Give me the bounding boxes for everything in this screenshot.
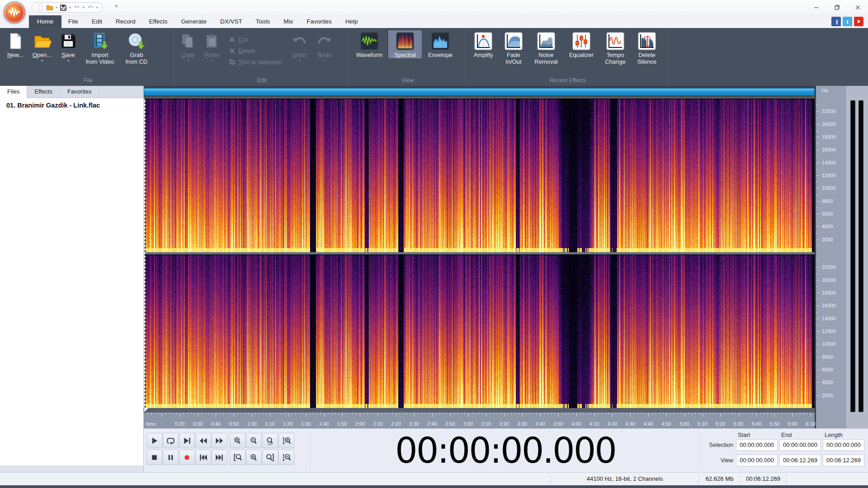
dropdown-caret-icon[interactable]: ▾ xyxy=(187,59,189,63)
dropdown-caret-icon[interactable]: ▾ xyxy=(83,6,85,9)
view-length-field[interactable]: 00:06:12.269 xyxy=(823,455,864,466)
pause-button[interactable] xyxy=(163,450,179,465)
open-folder-icon xyxy=(33,32,51,50)
new-button[interactable]: New... xyxy=(3,30,28,58)
amplify-button[interactable]: Amplify xyxy=(468,30,499,58)
button-label: Redo xyxy=(318,52,332,58)
open-folder-quick-icon[interactable] xyxy=(46,4,53,11)
selection-length-field[interactable]: 00:00:00.000 xyxy=(823,439,864,451)
minimize-button[interactable] xyxy=(806,0,826,15)
dropdown-caret-icon[interactable]: ▾ xyxy=(56,6,57,9)
noise-removal-button[interactable]: NoiseRemoval xyxy=(528,30,564,65)
play-button[interactable] xyxy=(146,433,162,448)
zoom-out-button[interactable] xyxy=(246,433,262,448)
redo-button[interactable]: Redo▾ xyxy=(312,30,337,63)
menu-tab-edit[interactable]: Edit xyxy=(85,15,109,28)
ruler-tick xyxy=(652,413,652,414)
waveform-button[interactable]: Waveform xyxy=(350,30,388,58)
open-button[interactable]: Open...▾ xyxy=(28,30,56,63)
undo-quick-icon[interactable] xyxy=(73,4,80,11)
cut-button[interactable]: Cut xyxy=(229,36,282,43)
menu-tab-file[interactable]: File xyxy=(61,15,85,28)
envelope-button[interactable]: Envelope xyxy=(422,30,459,58)
button-label: NoiseRemoval xyxy=(534,52,557,65)
zoom-selection-start-button[interactable] xyxy=(230,450,245,465)
menu-tab-home[interactable]: Home xyxy=(29,15,61,28)
save-quick-icon[interactable] xyxy=(60,4,67,11)
youtube-icon[interactable] xyxy=(854,17,863,26)
maximize-button[interactable] xyxy=(826,0,847,15)
record-button[interactable] xyxy=(179,450,195,465)
facebook-icon[interactable]: f xyxy=(831,17,841,26)
menu-tab-mix[interactable]: Mix xyxy=(277,15,300,28)
import-from-video-button[interactable]: Importfrom Video xyxy=(80,30,119,65)
view-end-field[interactable]: 00:06:12.269 xyxy=(779,455,821,466)
copy-button[interactable]: Copy▾ xyxy=(176,30,200,63)
panel-tab-favorites[interactable]: Favorites xyxy=(60,86,99,98)
dropdown-caret-icon[interactable]: ▾ xyxy=(67,59,69,63)
delete-button[interactable]: Delete xyxy=(229,47,282,54)
ruler-tick xyxy=(519,413,519,414)
save-button[interactable]: Save▾ xyxy=(56,30,80,63)
selection-end-field[interactable]: 00:00:00.000 xyxy=(779,439,821,451)
menu-tab-tools[interactable]: Tools xyxy=(249,15,277,28)
zoom-selection-end-button[interactable] xyxy=(262,450,278,465)
dropdown-caret-icon[interactable]: ▾ xyxy=(298,59,300,63)
panel-tab-effects[interactable]: Effects xyxy=(27,86,60,98)
playback-cursor[interactable] xyxy=(145,99,146,408)
file-list-item[interactable]: 01. Branimir Gazdik - Link.flac xyxy=(0,98,143,112)
paste-button[interactable]: Paste▾ xyxy=(200,30,224,63)
zoom-selection-button[interactable] xyxy=(246,450,262,465)
menu-tab-dxvst[interactable]: DX/VST xyxy=(213,15,249,28)
trim-to-selection-button[interactable]: Trim to Selection xyxy=(229,59,282,66)
panel-tab-files[interactable]: Files xyxy=(0,86,27,98)
ruler-tick xyxy=(339,413,339,414)
delete-silence-button[interactable]: DeleteSilence xyxy=(632,30,662,65)
spectral-button[interactable]: Spectral xyxy=(388,30,422,58)
play-to-next-button[interactable] xyxy=(179,433,195,448)
dropdown-caret-icon[interactable]: ▾ xyxy=(96,6,98,9)
spectrogram-channel-left[interactable] xyxy=(144,99,815,252)
selection-start-field[interactable]: 00:00:00.000 xyxy=(736,439,778,451)
zoom-vertical-out-button[interactable] xyxy=(278,450,294,465)
new-file-quick-icon[interactable] xyxy=(37,4,44,11)
twitter-icon[interactable]: t xyxy=(843,17,852,26)
zoom-vertical-in-button[interactable] xyxy=(278,433,294,448)
menu-tab-favorites[interactable]: Favorites xyxy=(300,15,339,28)
menu-tab-generate[interactable]: Generate xyxy=(175,15,213,28)
ruler-tick xyxy=(281,413,281,414)
zoom-100-button[interactable]: 100 xyxy=(262,433,278,448)
tempo-change-icon xyxy=(606,32,624,50)
undo-button[interactable]: Undo▾ xyxy=(287,30,312,63)
play-position-marker[interactable] xyxy=(144,408,148,412)
loop-button[interactable] xyxy=(163,433,179,448)
dropdown-caret-icon[interactable]: ▾ xyxy=(324,59,326,63)
quick-access-customize-icon[interactable]: ▾ xyxy=(115,4,118,8)
rewind-button[interactable] xyxy=(195,433,211,448)
frequency-tick xyxy=(816,363,818,364)
grab-from-cd-button[interactable]: Grabfrom CD xyxy=(119,30,154,65)
fade-in-out-button[interactable]: FadeIn/Out xyxy=(499,30,528,65)
skip-to-end-button[interactable] xyxy=(212,450,227,465)
fast-forward-button[interactable] xyxy=(212,433,227,448)
ruler-tick xyxy=(684,413,685,417)
view-start-field[interactable]: 00:00:00.000 xyxy=(736,455,778,466)
time-ruler[interactable]: hms 0:200:300:400:501:001:101:201:301:40… xyxy=(144,413,815,428)
app-logo-icon[interactable] xyxy=(3,1,26,24)
zoom-in-button[interactable] xyxy=(230,433,245,448)
menu-tab-record[interactable]: Record xyxy=(109,15,142,28)
horizontal-scrollbar[interactable] xyxy=(144,88,815,96)
dropdown-caret-icon[interactable]: ▾ xyxy=(69,6,71,9)
stop-button[interactable] xyxy=(146,450,162,465)
menu-tab-effects[interactable]: Effects xyxy=(142,15,175,28)
dropdown-caret-icon[interactable]: ▾ xyxy=(41,59,43,63)
redo-quick-icon[interactable] xyxy=(87,4,94,11)
menu-tab-help[interactable]: Help xyxy=(339,15,365,28)
dropdown-caret-icon[interactable]: ▾ xyxy=(211,59,213,63)
skip-to-start-button[interactable] xyxy=(195,450,211,465)
close-button[interactable] xyxy=(847,0,868,15)
frequency-label: 8000 xyxy=(822,354,833,360)
equalizer-button[interactable]: Equalizer xyxy=(564,30,599,58)
tempo-change-button[interactable]: TempoChange xyxy=(599,30,632,65)
spectrogram-channel-right[interactable] xyxy=(144,254,815,408)
